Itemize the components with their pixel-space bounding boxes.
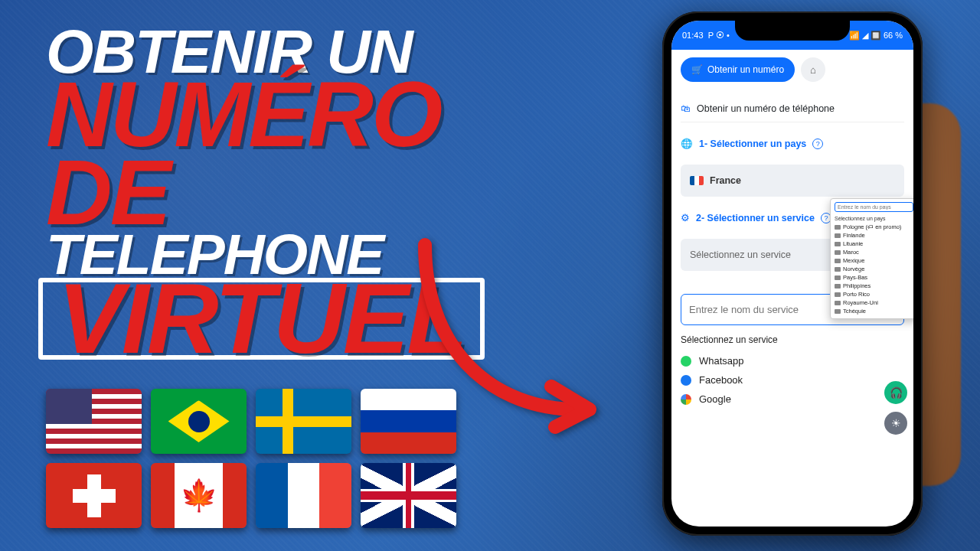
service-list-title: Sélectionnez un service xyxy=(681,334,904,345)
country-option-label: Porto Rico xyxy=(843,291,870,298)
flag-icon xyxy=(835,309,841,314)
country-option-label: Norvège xyxy=(843,266,864,272)
country-option[interactable]: Norvège xyxy=(835,265,913,273)
gear-icon: ⚙ xyxy=(681,212,690,223)
country-option-label: Tchéquie xyxy=(843,308,866,315)
globe-icon: 🌐 xyxy=(681,138,693,149)
service-label: Google xyxy=(699,393,731,405)
service-item-facebook[interactable]: Facebook xyxy=(681,370,904,390)
country-option-label: Lituanie xyxy=(843,240,863,247)
country-option[interactable]: Philippines xyxy=(835,282,913,290)
service-placeholder: Sélectionnez un service xyxy=(690,249,791,260)
flag-fr xyxy=(256,463,351,528)
phone-screen: 01:43 P ⦿ • 📶 ◢ 🔲 66 % 🛒 Obtenir un numé… xyxy=(671,21,913,527)
headline-line2: NUMÉRO DE xyxy=(46,75,521,231)
country-option[interactable]: Royaume-Uni xyxy=(835,298,913,307)
dropdown-title: Sélectionnez un pays xyxy=(835,216,913,221)
flag-icon xyxy=(835,292,841,297)
sun-icon: ☀ xyxy=(891,417,901,429)
service-label: Whatsapp xyxy=(699,355,744,367)
status-right: 📶 ◢ 🔲 66 % xyxy=(849,31,903,41)
cart-icon: 🛍 xyxy=(681,103,691,114)
service-item-whatsapp[interactable]: Whatsapp xyxy=(681,351,904,370)
flag-ch xyxy=(46,463,142,528)
status-time: 01:43 P ⦿ • xyxy=(682,31,730,40)
country-search-input[interactable] xyxy=(835,202,913,212)
flag-icon xyxy=(835,301,841,305)
step1-label: 1- Sélectionner un pays xyxy=(699,139,806,149)
cart-icon: 🛒 xyxy=(691,64,703,75)
page-title-row: 🛍 Obtenir un numéro de téléphone xyxy=(681,96,904,122)
flag-icon xyxy=(835,276,841,280)
obtain-number-button[interactable]: 🛒 Obtenir un numéro xyxy=(681,57,795,82)
country-dropdown[interactable]: Sélectionnez un pays Pologne (🏷 en promo… xyxy=(830,198,913,319)
country-option[interactable]: Finlande xyxy=(835,231,913,240)
flag-icon xyxy=(835,267,841,272)
flag-icon xyxy=(835,242,841,246)
country-option-label: Maroc xyxy=(843,249,859,256)
support-fab[interactable]: 🎧 xyxy=(884,381,907,404)
selected-country: France xyxy=(710,175,741,186)
service-item-google[interactable]: Google xyxy=(681,390,904,409)
country-option-label: Royaume-Uni xyxy=(843,299,878,306)
flag-ca xyxy=(151,463,247,528)
country-option-label: Philippines xyxy=(843,282,871,289)
country-option[interactable]: Porto Rico xyxy=(835,290,913,298)
flag-us xyxy=(46,389,142,454)
flag-br xyxy=(151,389,247,454)
facebook-icon xyxy=(681,375,691,386)
country-option[interactable]: Maroc xyxy=(835,248,913,256)
country-option[interactable]: Mexique xyxy=(835,256,913,265)
phone-frame: 01:43 P ⦿ • 📶 ◢ 🔲 66 % 🛒 Obtenir un numé… xyxy=(662,11,923,536)
flag-icon xyxy=(835,259,841,263)
wifi-icon: 📶 xyxy=(849,31,860,41)
help-icon[interactable]: ? xyxy=(812,139,823,149)
phone-notch xyxy=(735,21,850,41)
country-option[interactable]: Pologne (🏷 en promo) xyxy=(835,223,913,231)
france-flag-icon xyxy=(690,176,704,185)
signal-icon: ◢ xyxy=(862,31,868,41)
step2-label: 2- Sélectionner un service xyxy=(696,213,815,223)
flag-se xyxy=(256,389,351,454)
country-selector[interactable]: France xyxy=(681,165,904,197)
google-icon xyxy=(681,394,691,405)
headset-icon: 🎧 xyxy=(890,386,903,399)
page-title: Obtenir un numéro de téléphone xyxy=(697,103,835,114)
country-option[interactable]: Pays-Bas xyxy=(835,273,913,282)
flag-icon xyxy=(835,233,841,238)
whatsapp-icon xyxy=(681,356,691,367)
country-option-label: Pays-Bas xyxy=(843,274,867,281)
country-option[interactable]: Lituanie xyxy=(835,240,913,248)
battery-text: 66 % xyxy=(884,31,903,40)
flag-gb xyxy=(361,463,456,528)
flag-icon xyxy=(835,284,841,289)
flag-icon xyxy=(835,225,841,230)
flag-icon xyxy=(835,250,841,255)
flag-grid xyxy=(46,389,456,528)
home-button[interactable]: ⌂ xyxy=(801,57,825,82)
theme-fab[interactable]: ☀ xyxy=(884,412,907,435)
arrow-icon xyxy=(410,230,609,439)
country-option-label: Mexique xyxy=(843,257,864,264)
country-option-label: Finlande xyxy=(843,232,865,239)
service-label: Facebook xyxy=(699,374,743,386)
step1-row: 🌐 1- Sélectionner un pays ? xyxy=(681,130,904,157)
country-option-label: Pologne (🏷 en promo) xyxy=(843,223,901,230)
country-option[interactable]: Tchéquie xyxy=(835,307,913,315)
battery-icon: 🔲 xyxy=(871,31,881,41)
obtain-number-label: Obtenir un numéro xyxy=(707,64,784,75)
home-icon: ⌂ xyxy=(810,64,816,76)
